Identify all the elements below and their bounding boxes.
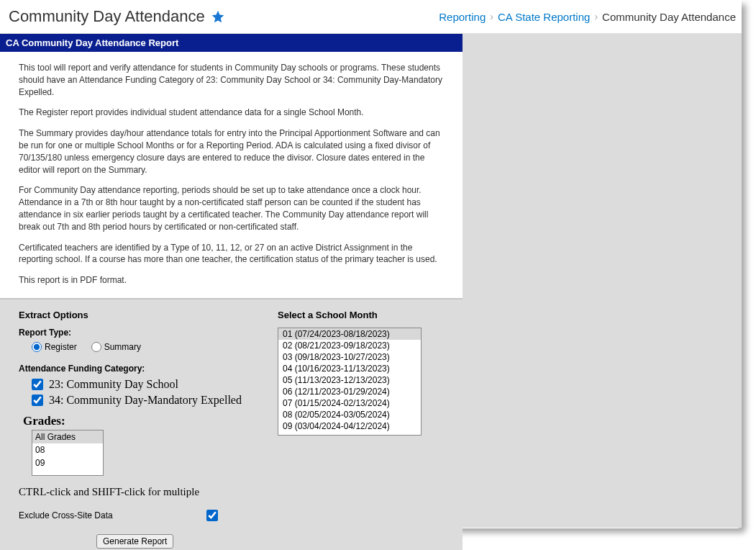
- info-paragraph: The Summary provides day/hour attendance…: [19, 127, 444, 176]
- grades-option-all[interactable]: All Grades: [32, 430, 103, 443]
- info-paragraph: This report is in PDF format.: [19, 274, 444, 287]
- school-month-option[interactable]: 05 (11/13/2023-12/13/2023): [278, 374, 421, 386]
- chevron-right-icon: ›: [490, 11, 493, 22]
- info-paragraph: Certificated teachers are identified by …: [19, 242, 444, 266]
- report-panel: CA Community Day Attendance Report This …: [0, 34, 463, 299]
- breadcrumb-current: Community Day Attendance: [602, 11, 736, 23]
- school-month-option[interactable]: 04 (10/16/2023-11/13/2023): [278, 363, 421, 374]
- grades-select[interactable]: All Grades 08 09: [32, 430, 104, 476]
- school-month-option[interactable]: 01 (07/24/2023-08/18/2023): [278, 328, 421, 340]
- page-title: Community Day Attendance: [9, 7, 205, 26]
- grades-option[interactable]: 08: [32, 443, 103, 456]
- afc-34-checkbox[interactable]: [32, 395, 43, 406]
- info-text: This tool will report and verify attenda…: [0, 52, 463, 299]
- report-type-summary-label: Summary: [104, 342, 141, 352]
- afc-label: Attendance Funding Category:: [19, 364, 249, 374]
- school-month-option[interactable]: 08 (02/05/2024-03/05/2024): [278, 409, 421, 420]
- info-paragraph: For Community Day attendance reporting, …: [19, 184, 444, 233]
- favorite-star-icon[interactable]: [211, 9, 225, 24]
- breadcrumb: Reporting › CA State Reporting › Communi…: [439, 11, 736, 23]
- info-paragraph: This tool will report and verify attenda…: [19, 62, 444, 98]
- report-type-label: Report Type:: [19, 328, 249, 338]
- school-month-select[interactable]: 01 (07/24/2023-08/18/2023) 02 (08/21/202…: [278, 328, 422, 436]
- school-month-option[interactable]: 02 (08/21/2023-09/18/2023): [278, 340, 421, 351]
- grades-option[interactable]: 09: [32, 456, 103, 469]
- report-type-register-radio[interactable]: [32, 342, 42, 352]
- report-type-register-label: Register: [45, 342, 77, 352]
- breadcrumb-ca-state-reporting[interactable]: CA State Reporting: [498, 11, 590, 23]
- page-header: Community Day Attendance Reporting › CA …: [0, 0, 742, 34]
- afc-23-checkbox[interactable]: [32, 379, 43, 390]
- extract-options-label: Extract Options: [19, 310, 249, 320]
- multi-select-hint: CTRL-click and SHIFT-click for multiple: [19, 486, 249, 498]
- school-month-label: Select a School Month: [278, 310, 436, 320]
- chevron-right-icon: ›: [594, 11, 598, 22]
- report-type-summary-radio[interactable]: [91, 342, 101, 352]
- exclude-cross-site-checkbox[interactable]: [206, 510, 218, 521]
- breadcrumb-reporting[interactable]: Reporting: [439, 11, 486, 23]
- panel-title: CA Community Day Attendance Report: [0, 34, 463, 52]
- afc-23-label: 23: Community Day School: [49, 378, 178, 391]
- grades-label: Grades:: [23, 414, 249, 428]
- generate-report-button[interactable]: Generate Report: [96, 534, 173, 549]
- extract-options-form: Extract Options Report Type: Register Su…: [0, 299, 463, 550]
- school-month-option[interactable]: 07 (01/15/2024-02/13/2024): [278, 397, 421, 409]
- school-month-option[interactable]: 06 (12/11/2023-01/29/2024): [278, 386, 421, 397]
- school-month-option[interactable]: 09 (03/04/2024-04/12/2024): [278, 420, 421, 432]
- info-paragraph: The Register report provides individual …: [19, 107, 444, 119]
- afc-34-label: 34: Community Day-Mandatory Expelled: [49, 394, 242, 407]
- school-month-option[interactable]: 03 (09/18/2023-10/27/2023): [278, 351, 421, 363]
- exclude-cross-site-label: Exclude Cross-Site Data: [19, 510, 113, 520]
